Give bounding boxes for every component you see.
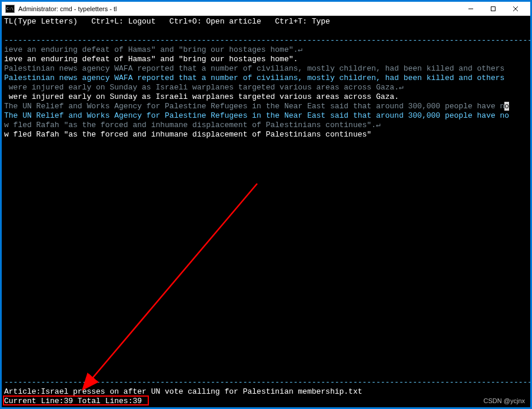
cursor-block: o bbox=[504, 102, 509, 111]
text-line-1-source: ieve an enduring defeat of Hamas" and "b… bbox=[4, 45, 302, 54]
text-line-3-typed: were injured early on Sunday as Israeli … bbox=[4, 92, 399, 101]
window: C:\ Administrator: cmd - typeletters - t… bbox=[2, 2, 530, 407]
divider-bottom: ----------------------------------------… bbox=[4, 378, 530, 387]
text-line-2-typed: Palestinian news agency WAFA reported th… bbox=[4, 74, 504, 82]
window-controls bbox=[460, 2, 527, 15]
cmd-icon: C:\ bbox=[5, 5, 15, 13]
line-info: Current Line:39 Total Lines:39 bbox=[4, 397, 142, 405]
article-label: Article: bbox=[4, 387, 41, 396]
cmd-icon-text: C:\ bbox=[6, 6, 14, 11]
text-line-3-source: were injured early on Sunday as Israeli … bbox=[4, 83, 404, 92]
text-line-5-source: w fled Rafah "as the forced and inhumane… bbox=[4, 121, 381, 129]
svg-rect-1 bbox=[491, 6, 496, 11]
minimize-button[interactable] bbox=[460, 2, 482, 15]
text-line-2-source: Palestinian news agency WAFA reported th… bbox=[4, 64, 504, 73]
divider-top: ----------------------------------------… bbox=[4, 36, 530, 45]
article-line: Article:Israel presses on after UN vote … bbox=[4, 387, 363, 396]
status-area: ----------------------------------------… bbox=[4, 378, 528, 406]
text-line-5-typed: w fled Rafah "as the forced and inhumane… bbox=[4, 130, 371, 139]
terminal-area[interactable]: TL(Type Letters) Ctrl+L: Logout Ctrl+O: … bbox=[2, 16, 530, 407]
shortcut-logout: Ctrl+L: Logout bbox=[91, 17, 155, 26]
text-line-4-typed: The UN Relief and Works Agency for Pales… bbox=[4, 111, 509, 120]
close-button[interactable] bbox=[504, 2, 527, 15]
text-line-1-typed: ieve an enduring defeat of Hamas" and "b… bbox=[4, 55, 298, 64]
article-filename: Israel presses on after UN vote calling … bbox=[41, 387, 362, 396]
window-title: Administrator: cmd - typeletters - tl bbox=[18, 5, 460, 12]
watermark: CSDN @ycjnx bbox=[484, 397, 525, 404]
shortcut-type: Ctrl+T: Type bbox=[275, 17, 330, 26]
text-line-4-source: The UN Relief and Works Agency for Pales… bbox=[4, 102, 509, 111]
menu-bar: TL(Type Letters) Ctrl+L: Logout Ctrl+O: … bbox=[4, 17, 330, 26]
titlebar[interactable]: C:\ Administrator: cmd - typeletters - t… bbox=[2, 2, 530, 16]
app-name: TL(Type Letters) bbox=[4, 17, 78, 26]
maximize-button[interactable] bbox=[482, 2, 504, 15]
shortcut-open: Ctrl+O: Open article bbox=[169, 17, 261, 26]
text-line-4a: The UN Relief and Works Agency for Pales… bbox=[4, 102, 504, 111]
